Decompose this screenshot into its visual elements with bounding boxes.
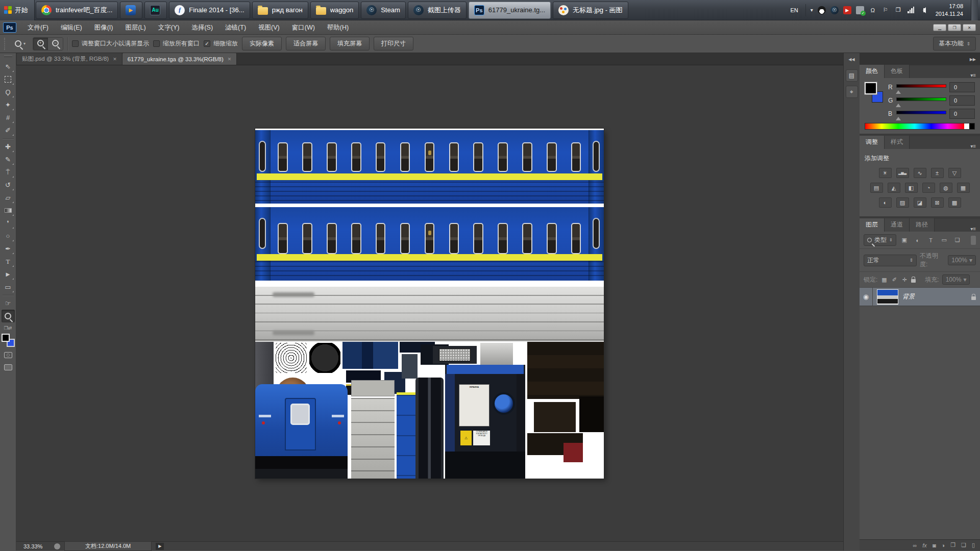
tab-color[interactable]: 颜色 — [860, 65, 885, 78]
lock-move-icon[interactable]: ✛ — [901, 277, 908, 283]
pen-tool[interactable]: ✒ — [2, 242, 15, 255]
canvas-area[interactable]: УКРАИНА ⚠ ОСТЕРЕГАЙСЯ КОНТАКТНОГО ПРОВОД… — [16, 65, 843, 541]
vibrance-icon[interactable]: ▽ — [948, 168, 961, 178]
resize-window-checkbox[interactable]: 调整窗口大小以满屏显示 — [72, 39, 149, 48]
eyedropper-tool[interactable]: ✐ — [2, 124, 15, 137]
posterize-icon[interactable]: ▨ — [896, 197, 909, 208]
taskbar-button-photoshop[interactable]: Ps 61779_ukraine.tg... — [469, 2, 551, 19]
gradient-map-icon[interactable]: ▩ — [948, 197, 961, 208]
brightness-contrast-icon[interactable]: ☀ — [879, 168, 892, 178]
layer-mask-icon[interactable]: ◙ — [933, 542, 936, 548]
lock-transparency-icon[interactable]: ▦ — [880, 277, 888, 283]
document-size-field[interactable]: 文档:12.0M/14.0M — [64, 541, 152, 551]
blue-slider[interactable] — [896, 110, 946, 118]
healing-brush-tool[interactable]: ✚ — [2, 140, 15, 153]
action-center-flag-icon[interactable]: ⚐ — [881, 6, 890, 14]
clone-stamp-tool[interactable]: ⍑ — [2, 166, 15, 179]
shape-filter-icon[interactable]: ▭ — [939, 237, 949, 243]
quick-selection-tool[interactable]: ✦ — [2, 98, 15, 111]
smart-object-filter-icon[interactable]: ❏ — [952, 237, 963, 243]
zoom-tool[interactable] — [2, 310, 15, 322]
layer-name[interactable]: 背景 — [902, 292, 967, 301]
foreground-color-swatch[interactable] — [2, 334, 10, 342]
taskbar-button-uploader[interactable]: ☉ 截图上传器 — [408, 2, 467, 19]
path-selection-tool[interactable]: ► — [2, 268, 15, 281]
fill-field[interactable]: 100% ▾ — [942, 274, 970, 285]
blend-mode-dropdown[interactable]: 正常 ⇕ — [864, 255, 917, 266]
menu-view[interactable]: 视图(V) — [252, 20, 286, 35]
dodge-tool[interactable]: ○ — [2, 230, 15, 242]
bell-icon[interactable]: Ω — [869, 6, 877, 14]
tray-chevron-icon[interactable]: ▾ — [811, 7, 813, 13]
document-tab-psd[interactable]: 贴图.psd @ 33.3% (背景, RGB/8) ✕ — [17, 53, 122, 65]
green-value-field[interactable]: 0 — [949, 95, 975, 106]
link-layers-icon[interactable]: ∞ — [913, 542, 917, 548]
lock-paint-icon[interactable]: ✐ — [891, 277, 898, 283]
threshold-icon[interactable]: ◪ — [914, 197, 926, 208]
properties-panel-icon[interactable]: ⌖ — [846, 86, 858, 98]
rectangular-marquee-tool[interactable] — [2, 73, 15, 86]
close-tab-icon[interactable]: ✕ — [228, 57, 232, 62]
tab-paths[interactable]: 路径 — [910, 218, 935, 232]
layer-group-icon[interactable]: ❒ — [950, 542, 955, 548]
adjustment-layer-icon[interactable]: ◑ — [942, 542, 945, 548]
foreground-background-colors[interactable] — [2, 334, 15, 347]
language-indicator[interactable]: EN — [788, 6, 800, 14]
document-tab-tga[interactable]: 61779_ukraine.tga @ 33.3%(RGB/8) ✕ — [122, 53, 237, 65]
red-slider[interactable] — [896, 83, 946, 91]
volume-icon[interactable] — [920, 6, 928, 14]
type-filter-icon[interactable]: T — [926, 237, 936, 243]
collapse-dock-chevron-icon[interactable]: ▶▶ — [860, 53, 980, 65]
lock-all-icon[interactable] — [911, 279, 916, 283]
move-tool[interactable]: ⇖ — [2, 60, 15, 73]
hand-tool[interactable]: ☞ — [2, 297, 15, 310]
history-panel-icon[interactable]: ▤ — [846, 69, 858, 82]
opacity-field[interactable]: 100% ▾ — [948, 255, 976, 265]
scrubby-zoom-checkbox[interactable]: ✓ 细微缩放 — [204, 39, 238, 48]
blur-tool[interactable]: ❜ — [2, 217, 15, 230]
swap-colors-icon[interactable]: ❐⇄ — [4, 325, 12, 331]
thunder-icon[interactable]: ▶ — [843, 6, 851, 14]
color-lookup-icon[interactable]: ▦ — [957, 183, 970, 193]
fit-screen-button[interactable]: 适合屏幕 — [286, 37, 326, 51]
taskbar-button-steam[interactable]: ☉ Steam — [361, 2, 406, 19]
menu-edit[interactable]: 编辑(E) — [55, 20, 88, 35]
clipboard-icon[interactable]: ❐ — [894, 6, 902, 14]
expand-dock-chevron-icon[interactable]: ◀◀ — [848, 53, 854, 65]
channel-mixer-icon[interactable]: ◍ — [940, 183, 952, 193]
curves-icon[interactable]: ∿ — [914, 168, 926, 178]
gradient-tool[interactable] — [2, 204, 15, 217]
show-desktop-button[interactable] — [971, 0, 978, 20]
taskbar-button-folder-rzd[interactable]: ржд вагон — [252, 2, 308, 19]
invert-icon[interactable]: ◐ — [879, 197, 892, 208]
new-layer-icon[interactable]: ❏ — [961, 542, 966, 548]
menu-file[interactable]: 文件(F) — [21, 20, 55, 35]
texture-document[interactable]: УКРАИНА ⚠ ОСТЕРЕГАЙСЯ КОНТАКТНОГО ПРОВОД… — [255, 129, 604, 479]
menu-select[interactable]: 选择(S) — [185, 20, 219, 35]
pixel-filter-icon[interactable]: ▣ — [899, 237, 910, 243]
taskbar-button-finale[interactable]: ƒ Finale 2014 - [36... — [169, 2, 250, 19]
crop-tool[interactable]: # — [2, 111, 15, 124]
delete-layer-icon[interactable]: ▯ — [972, 542, 975, 548]
quick-mask-button[interactable] — [4, 352, 12, 358]
green-slider[interactable] — [896, 96, 946, 105]
tab-channels[interactable]: 通道 — [885, 218, 910, 232]
zoom-in-button[interactable]: + — [33, 38, 48, 50]
close-tab-icon[interactable]: ✕ — [113, 57, 117, 62]
taskbar-button-chrome[interactable]: trainfever吧_百度... — [36, 2, 118, 19]
toolbar-grip[interactable] — [4, 55, 12, 57]
type-tool[interactable]: T — [2, 255, 15, 268]
color-swatches[interactable] — [865, 82, 883, 105]
restore-button[interactable]: ❐ — [948, 24, 961, 31]
brush-tool[interactable]: ✎ — [2, 153, 15, 166]
color-balance-icon[interactable]: ◭ — [888, 183, 900, 193]
close-button[interactable]: ✕ — [963, 24, 976, 31]
layer-thumbnail[interactable] — [877, 289, 898, 305]
shape-tool[interactable]: ▭ — [2, 281, 15, 293]
steam-tray-icon[interactable] — [830, 6, 839, 14]
exposure-icon[interactable]: ± — [931, 168, 944, 178]
blue-value-field[interactable]: 0 — [949, 109, 975, 119]
red-value-field[interactable]: 0 — [949, 82, 975, 92]
selective-color-icon[interactable]: ⊠ — [931, 197, 944, 208]
menu-layer[interactable]: 图层(L) — [119, 20, 152, 35]
